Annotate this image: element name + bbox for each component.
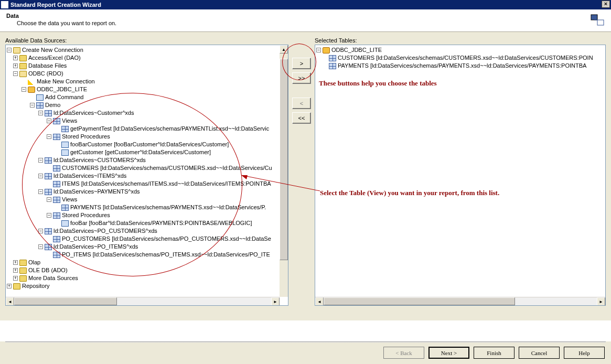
collapse-icon[interactable]: − (316, 48, 321, 52)
view-icon (53, 236, 60, 242)
tree-node-add-command[interactable]: Add Command (6, 93, 288, 101)
tree-node-odbc-rdo[interactable]: −ODBC (RDO) (6, 70, 288, 78)
tree-node-views-2[interactable]: −Views (6, 196, 288, 204)
back-button[interactable]: < Back (383, 347, 424, 359)
folder-icon (19, 63, 27, 69)
tree-node-views-1[interactable]: −Views (6, 117, 288, 125)
tree-node-db-files[interactable]: +Database Files (6, 62, 288, 70)
sp-icon (61, 142, 69, 148)
tree-node-items-table[interactable]: ITEMS [ld:DataServices/schemas/ITEMS.xsd… (6, 180, 288, 188)
available-sources-panel: Available Data Sources: −Create New Conn… (5, 37, 288, 315)
collapse-icon[interactable]: − (47, 213, 51, 218)
expand-icon[interactable]: + (13, 63, 18, 68)
collapse-icon[interactable]: − (38, 158, 43, 163)
sel-node-payments[interactable]: PAYMENTS [ld:DataServices/schemas/PAYMEN… (315, 62, 605, 70)
scroll-left-icon[interactable]: ◄ (6, 297, 14, 306)
tree-node-oledb[interactable]: +OLE DB (ADO) (6, 266, 288, 274)
tree-node-foobarcustomer[interactable]: fooBarCustomer [fooBarCustomer^ld:DataSe… (6, 141, 288, 148)
collapse-icon[interactable]: − (22, 87, 26, 92)
tree-node-ds-payments[interactable]: −ld:DataServices~PAYMENTS^xds (6, 188, 288, 196)
sp-icon (61, 220, 69, 227)
finish-button[interactable]: Finish (474, 347, 514, 359)
scroll-right-icon[interactable]: ► (597, 297, 605, 306)
transfer-buttons: > >> < << (288, 37, 315, 315)
tree-node-ds-poitems[interactable]: −ld:DataServices~PO_ITEMS^xds (6, 243, 288, 251)
collapse-icon[interactable]: − (7, 48, 12, 52)
tree-node-more-sources[interactable]: +More Data Sources (6, 274, 288, 282)
svg-rect-1 (597, 20, 604, 25)
tree-node-demo[interactable]: −Demo (6, 101, 288, 109)
tree-node-getpaymenttest[interactable]: getPaymentTest [ld:DataServices/schemas/… (6, 125, 288, 133)
tree-node-customers-table[interactable]: CUSTOMERS [ld:DataServices/schemas/CUSTO… (6, 164, 288, 172)
collapse-icon[interactable]: − (30, 103, 35, 108)
table-icon (329, 55, 336, 61)
next-button[interactable]: Next > (428, 347, 469, 359)
scroll-left-icon[interactable]: ◄ (315, 297, 324, 306)
tree-node-payments-view[interactable]: PAYMENTS [ld:DataServices/schemas/PAYMEN… (6, 204, 288, 211)
view-icon (61, 205, 69, 211)
scroll-thumb[interactable] (324, 297, 515, 305)
scroll-right-icon[interactable]: ► (271, 297, 280, 306)
tree-node-repository[interactable]: +Repository (6, 282, 288, 290)
tree-node-ds-customer[interactable]: −ld:DataServices~Customer^xds (6, 109, 288, 117)
tree-node-foobar[interactable]: fooBar [fooBar^ld:DataServices/PAYMENTS:… (6, 219, 288, 227)
collapse-icon[interactable]: − (38, 189, 43, 194)
available-label: Available Data Sources: (5, 37, 288, 44)
expand-icon[interactable]: + (13, 260, 18, 265)
collapse-icon[interactable]: − (47, 134, 51, 139)
tree-node-pocustomers-table[interactable]: PO_CUSTOMERS [ld:DataServices/schemas/PO… (6, 235, 288, 243)
scroll-thumb[interactable] (14, 297, 117, 305)
tree-node-new-connection[interactable]: −Create New Connection (6, 46, 288, 54)
add-button[interactable]: > (292, 58, 311, 69)
footer-separator (5, 341, 606, 342)
add-all-button[interactable]: >> (292, 72, 311, 84)
view-icon (61, 126, 69, 132)
tree-node-access-excel[interactable]: +Access/Excel (DAO) (6, 54, 288, 62)
folder-icon (19, 55, 27, 61)
page-subtitle: Choose the data you want to report on. (6, 20, 605, 26)
scroll-up-icon[interactable]: ▲ (280, 45, 288, 53)
window-title: Standard Report Creation Wizard (10, 2, 101, 8)
tree-node-ds-customers[interactable]: −ld:DataServices~CUSTOMERS^xds (6, 156, 288, 164)
tree-node-poitems-table[interactable]: PO_ITEMS [ld:DataServices/schemas/PO_ITE… (6, 251, 288, 259)
expand-icon[interactable]: + (13, 276, 18, 281)
close-button[interactable]: × (602, 1, 610, 8)
expand-icon[interactable]: + (13, 56, 18, 60)
sel-node-customers[interactable]: CUSTOMERS [ld:DataServices/schemas/CUSTO… (315, 54, 605, 62)
sp-folder-icon (53, 212, 60, 219)
collapse-icon[interactable]: − (47, 197, 51, 202)
remove-all-button[interactable]: << (292, 112, 311, 124)
views-icon (53, 118, 60, 124)
collapse-icon[interactable]: − (38, 174, 43, 178)
command-icon (36, 94, 44, 101)
folder-icon (19, 267, 27, 274)
scrollbar-horizontal[interactable]: ◄ ► (6, 297, 280, 305)
tree-node-ds-items[interactable]: −ld:DataServices~ITEMS^xds (6, 172, 288, 180)
view-icon (53, 181, 60, 187)
expand-icon[interactable]: + (13, 268, 18, 273)
folder-open-icon (13, 47, 20, 53)
collapse-icon[interactable]: − (38, 111, 43, 115)
scrollbar-horizontal[interactable]: ◄ ► (315, 297, 605, 305)
scrollbar-vertical[interactable]: ▲ (280, 45, 288, 297)
tree-node-sp-1[interactable]: −Stored Procedures (6, 133, 288, 141)
tree-node-olap[interactable]: +Olap (6, 259, 288, 266)
selected-tree[interactable]: −ODBC_JDBC_LITE CUSTOMERS [ld:DataServic… (315, 45, 606, 306)
help-button[interactable]: Help (564, 347, 605, 359)
scroll-thumb[interactable] (280, 59, 288, 260)
tree-node-sp-2[interactable]: −Stored Procedures (6, 211, 288, 219)
available-tree[interactable]: −Create New Connection +Access/Excel (DA… (5, 45, 288, 306)
tree-node-ds-pocustomers[interactable]: −ld:DataServices~PO_CUSTOMERS^xds (6, 227, 288, 235)
tree-node-make-new-conn[interactable]: Make New Connection (6, 78, 288, 85)
collapse-icon[interactable]: − (38, 244, 43, 249)
cancel-button[interactable]: Cancel (519, 347, 560, 359)
sel-node-root[interactable]: −ODBC_JDBC_LITE (315, 46, 605, 54)
collapse-icon[interactable]: − (38, 229, 43, 233)
tree-node-getcustomer[interactable]: getCustomer [getCustomer^ld:DataServices… (6, 148, 288, 156)
tree-node-odbc-jdbc-lite[interactable]: −ODBC_JDBC_LITE (6, 85, 288, 93)
collapse-icon[interactable]: − (13, 71, 18, 76)
sp-folder-icon (53, 134, 60, 140)
expand-icon[interactable]: + (7, 284, 12, 288)
collapse-icon[interactable]: − (47, 119, 51, 123)
remove-button[interactable]: < (292, 98, 311, 109)
